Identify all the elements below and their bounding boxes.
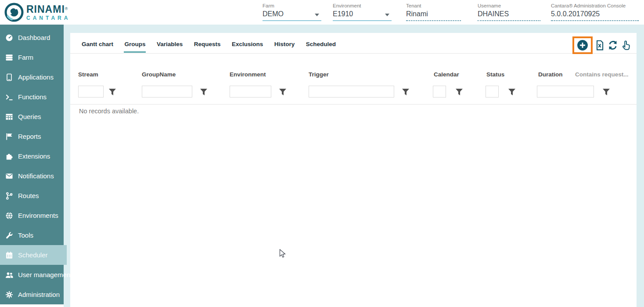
tools-icon	[5, 231, 14, 240]
top-header: RINAMI® CANTARA Farm DEMO Environment E1…	[0, 0, 644, 25]
sidebar-item-user-management[interactable]: User management	[0, 265, 64, 285]
applications-icon	[5, 73, 14, 82]
tenant-value: Rinami	[406, 10, 461, 21]
calendar-filter-input[interactable]	[433, 86, 446, 98]
console-version-value: 5.0.0.20170925	[551, 10, 639, 21]
tab-groups[interactable]: Groups	[124, 33, 146, 53]
sidebar-item-label: Administration	[18, 291, 60, 298]
notifications-icon	[5, 172, 14, 181]
farm-select[interactable]: Farm DEMO	[263, 3, 321, 21]
farm-icon	[5, 53, 14, 62]
brand-subname: CANTARA	[26, 15, 70, 21]
console-label: Cantara® Administration Console	[551, 3, 639, 8]
username-field: Username DHAINES	[478, 3, 540, 21]
sidebar-item-label: Scheduler	[18, 251, 48, 259]
tab-scheduled[interactable]: Scheduled	[306, 33, 336, 53]
filter-funnel-icon[interactable]	[200, 89, 207, 95]
username-label: Username	[478, 3, 540, 8]
brand-text: RINAMI® CANTARA	[26, 4, 70, 21]
reports-icon	[5, 132, 14, 141]
sidebar-item-label: Dashboard	[18, 34, 50, 41]
username-value: DHAINES	[478, 10, 540, 21]
filter-row: Stream GroupName Environment Trigger Cal…	[70, 71, 637, 104]
add-button[interactable]	[576, 38, 589, 52]
sidebar-item-dashboard[interactable]: Dashboard	[0, 28, 64, 47]
sidebar-item-farm[interactable]: Farm	[0, 47, 64, 67]
routes-icon	[5, 191, 14, 200]
chevron-down-icon	[315, 14, 319, 16]
filter-funnel-icon[interactable]	[508, 89, 515, 95]
extensions-icon	[5, 152, 14, 161]
sidebar-item-tools[interactable]: Tools	[0, 225, 64, 245]
dashboard-icon	[5, 33, 14, 42]
sidebar-item-label: Functions	[18, 93, 47, 101]
stream-filter-input[interactable]	[78, 86, 104, 98]
functions-icon	[5, 93, 14, 101]
chevron-down-icon	[385, 14, 389, 16]
sidebar-item-label: Farm	[18, 54, 33, 61]
sidebar-item-applications[interactable]: Applications	[0, 67, 64, 87]
sidebar-item-label: Tools	[18, 231, 33, 239]
environment-select[interactable]: Environment E1910	[333, 3, 392, 21]
environment-filter-input[interactable]	[230, 86, 271, 98]
tenant-field: Tenant Rinami	[406, 3, 461, 21]
sidebar-item-label: User management	[18, 271, 72, 278]
tab-exclusions[interactable]: Exclusions	[231, 33, 263, 53]
sidebar-item-queries[interactable]: Queries	[0, 107, 64, 126]
sidebar-item-administration[interactable]: Administration	[0, 285, 64, 304]
column-header-duration: Duration	[538, 71, 563, 78]
tab-history[interactable]: History	[274, 33, 295, 53]
sidebar-nav: Dashboard Farm Applications Functions Qu…	[0, 25, 64, 304]
sidebar-item-notifications[interactable]: Notifications	[0, 166, 64, 186]
filter-funnel-icon[interactable]	[603, 89, 610, 95]
rinami-logo-icon	[4, 3, 24, 22]
export-excel-button[interactable]	[594, 38, 606, 52]
content-canvas: Gantt chart Groups Variables Requests Ex…	[64, 25, 644, 307]
environment-label: Environment	[333, 3, 392, 8]
user-management-icon	[5, 271, 14, 279]
filter-funnel-icon[interactable]	[279, 89, 286, 95]
column-header-trigger: Trigger	[309, 71, 329, 78]
interactive-mode-button[interactable]	[620, 38, 632, 52]
tab-variables[interactable]: Variables	[156, 33, 183, 53]
filter-funnel-icon[interactable]	[109, 89, 116, 95]
sidebar-item-label: Routes	[18, 192, 39, 199]
scheduler-groups-panel: Gantt chart Groups Variables Requests Ex…	[70, 33, 637, 307]
trigger-filter-input[interactable]	[309, 86, 394, 98]
brand-logo: RINAMI® CANTARA	[4, 3, 70, 22]
refresh-icon	[607, 40, 619, 51]
groupname-filter-input[interactable]	[142, 86, 192, 98]
status-filter-input[interactable]	[486, 86, 499, 98]
filter-funnel-icon[interactable]	[402, 89, 409, 95]
scheduler-icon	[5, 251, 14, 260]
column-header-status: Status	[486, 71, 504, 78]
duration-filter-input[interactable]	[537, 86, 594, 98]
hand-pointer-icon	[620, 40, 632, 51]
refresh-button[interactable]	[607, 38, 619, 52]
sidebar-item-environments[interactable]: Environments	[0, 206, 64, 225]
plus-circle-icon	[577, 40, 588, 51]
sidebar-item-routes[interactable]: Routes	[0, 186, 64, 206]
tab-requests[interactable]: Requests	[194, 33, 221, 53]
sidebar-item-functions[interactable]: Functions	[0, 87, 64, 107]
sidebar-item-scheduler[interactable]: Scheduler	[0, 245, 67, 265]
empty-state-message: No records available.	[79, 108, 139, 115]
administration-icon	[5, 290, 14, 299]
sidebar-item-label: Reports	[18, 133, 41, 140]
divider	[70, 104, 637, 105]
column-header-stream: Stream	[78, 71, 98, 78]
tabs-row: Gantt chart Groups Variables Requests Ex…	[70, 33, 637, 54]
mouse-cursor	[279, 249, 286, 260]
column-header-groupname: GroupName	[142, 71, 176, 78]
column-header-calendar: Calendar	[434, 71, 459, 78]
brand-name: RINAMI	[26, 4, 65, 15]
farm-label: Farm	[263, 3, 321, 8]
sidebar-item-label: Environments	[18, 212, 58, 219]
sidebar-item-extensions[interactable]: Extensions	[0, 146, 64, 166]
environment-value: E1910	[333, 10, 392, 21]
registered-mark: ®	[65, 6, 68, 11]
tab-gantt-chart[interactable]: Gantt chart	[81, 33, 114, 53]
sidebar-item-reports[interactable]: Reports	[0, 126, 64, 146]
sidebar-item-label: Applications	[18, 73, 54, 81]
filter-funnel-icon[interactable]	[456, 89, 463, 95]
